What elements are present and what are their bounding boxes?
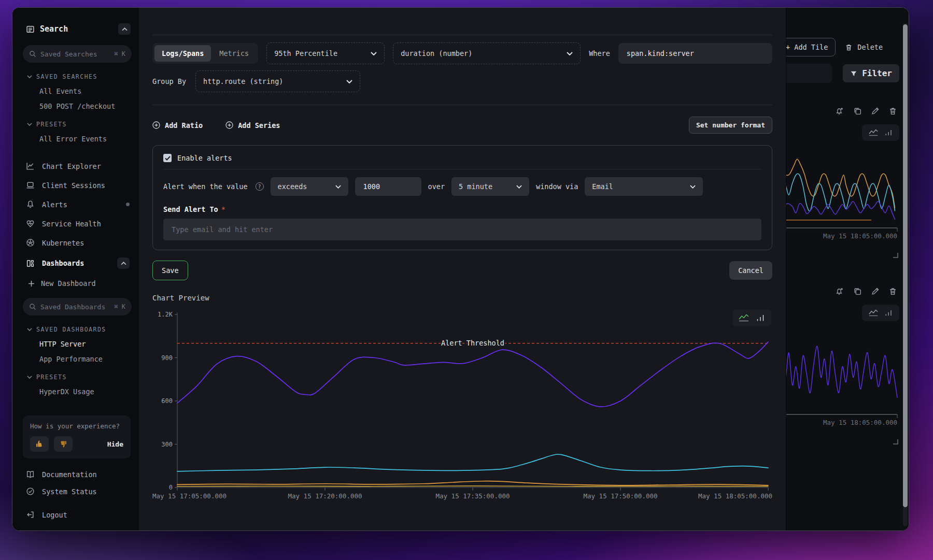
filter-funnel-icon — [850, 70, 857, 77]
svg-text:May 15 18:05:00.000: May 15 18:05:00.000 — [698, 492, 772, 500]
add-ratio-button[interactable]: Add Ratio — [152, 121, 203, 130]
time-range-input[interactable] — [786, 64, 832, 83]
line-chart-toggle-icon[interactable] — [738, 313, 750, 322]
new-dashboard-button[interactable]: New Dashboard — [28, 276, 132, 291]
svg-text:May 15 17:20:00.000: May 15 17:20:00.000 — [288, 492, 362, 500]
save-button[interactable]: Save — [152, 261, 188, 280]
alert-email-input[interactable] — [163, 219, 761, 240]
check-circle-icon — [26, 487, 35, 496]
app-window: Search Saved Searches ⌘ K SAVED SEARCHES… — [12, 7, 909, 531]
delete-dashboard-button[interactable]: Delete — [842, 38, 886, 56]
thumbs-up-icon — [35, 440, 44, 448]
sidebar-item-system-status[interactable]: System Status — [23, 483, 132, 500]
sidebar-item-client-sessions[interactable]: Client Sessions — [23, 176, 132, 195]
book-icon — [26, 470, 35, 479]
saved-search-item[interactable]: All Events — [39, 87, 132, 95]
resize-handle[interactable] — [893, 253, 898, 258]
trash-icon[interactable] — [888, 107, 897, 116]
collapse-search-button[interactable] — [118, 23, 131, 35]
bell-icon — [26, 200, 35, 209]
help-icon[interactable]: ? — [256, 182, 264, 191]
trash-icon[interactable] — [888, 287, 897, 296]
chevron-down-icon — [567, 52, 573, 55]
saved-dashboard-item[interactable]: App Performance — [39, 355, 132, 363]
tile-chart: May 15 18:05:00.000 — [786, 144, 899, 241]
group-by-select[interactable]: http.route (string) — [195, 70, 360, 92]
sidebar-item-kubernetes[interactable]: Kubernetes — [23, 233, 132, 252]
tab-metrics[interactable]: Metrics — [212, 45, 256, 62]
aggregation-select[interactable]: 95th Percentile — [266, 42, 385, 64]
add-series-button[interactable]: Add Series — [225, 121, 280, 130]
chevron-down-icon — [27, 123, 32, 126]
enable-alerts-label: Enable alerts — [177, 154, 232, 162]
saved-dashboards-input[interactable]: Saved Dashboards ⌘ K — [23, 298, 132, 315]
search-page-icon — [26, 25, 35, 34]
alert-condition-select[interactable]: exceeds — [271, 177, 348, 196]
add-alert-bell-icon[interactable] — [835, 107, 844, 116]
duplicate-icon[interactable] — [853, 287, 862, 296]
tile-actions — [786, 107, 899, 116]
bar-chart-toggle-icon[interactable] — [885, 309, 893, 317]
bar-chart-toggle-icon[interactable] — [885, 128, 893, 137]
sidebar-item-alerts[interactable]: Alerts — [23, 195, 132, 214]
alert-channel-select[interactable]: Email — [585, 177, 703, 196]
scrollbar-thumb[interactable] — [903, 24, 908, 507]
sidebar-item-service-health[interactable]: Service Health — [23, 214, 132, 233]
search-preset-item[interactable]: All Error Events — [39, 135, 132, 143]
chart-preview: 03006009001.2KMay 15 17:05:00.000May 15 … — [152, 307, 772, 505]
set-number-format-button[interactable]: Set number format — [689, 117, 772, 134]
dashboard-preset-item[interactable]: HyperDX Usage — [39, 387, 132, 396]
field-select[interactable]: duration (number) — [393, 42, 581, 64]
over-label: over — [428, 182, 445, 191]
svg-text:May 15 17:35:00.000: May 15 17:35:00.000 — [436, 492, 510, 500]
sidebar-item-documentation[interactable]: Documentation — [23, 466, 132, 483]
cancel-button[interactable]: Cancel — [729, 261, 772, 280]
collapse-dashboards-button[interactable] — [117, 257, 130, 269]
sidebar-item-dashboards[interactable]: Dashboards — [23, 252, 132, 274]
saved-searches-placeholder: Saved Searches — [40, 50, 110, 58]
tile-chart: May 15 18:05:00.000 — [786, 324, 899, 428]
saved-searches-section-header[interactable]: SAVED SEARCHES — [27, 73, 132, 80]
thumbs-up-button[interactable] — [30, 436, 49, 452]
alert-threshold-input[interactable] — [355, 177, 421, 196]
divider — [152, 105, 772, 105]
saved-dashboard-item[interactable]: HTTP Server — [39, 340, 132, 348]
add-tile-button[interactable]: + Add Tile — [786, 38, 836, 56]
svg-text:May 15 18:05:00.000: May 15 18:05:00.000 — [823, 419, 897, 426]
sidebar-item-chart-explorer[interactable]: Chart Explorer — [23, 156, 132, 176]
saved-searches-input[interactable]: Saved Searches ⌘ K — [23, 45, 132, 63]
enable-alerts-checkbox[interactable] — [163, 154, 172, 162]
search-presets-section-header[interactable]: PRESETS — [27, 121, 132, 128]
where-input[interactable] — [618, 43, 772, 64]
filter-button[interactable]: Filter — [843, 64, 899, 82]
line-chart-toggle-icon[interactable] — [868, 128, 879, 137]
alert-window-select[interactable]: 5 minute — [451, 177, 529, 196]
saved-dashboards-section-header[interactable]: SAVED DASHBOARDS — [27, 326, 132, 333]
feedback-hide-button[interactable]: Hide — [107, 440, 123, 448]
add-alert-bell-icon[interactable] — [835, 287, 844, 296]
thumbs-down-icon — [59, 440, 67, 448]
line-chart-toggle-icon[interactable] — [868, 309, 879, 317]
svg-text:900: 900 — [161, 354, 173, 362]
scrollbar[interactable] — [903, 23, 908, 526]
chevron-down-icon — [371, 52, 377, 55]
chevron-down-icon — [690, 185, 696, 189]
search-icon — [29, 303, 36, 310]
resize-handle[interactable] — [893, 439, 898, 444]
tab-logs-spans[interactable]: Logs/Spans — [154, 45, 211, 62]
thumbs-down-button[interactable] — [54, 436, 73, 452]
svg-text:May 15 17:50:00.000: May 15 17:50:00.000 — [584, 492, 658, 500]
edit-pencil-icon[interactable] — [871, 287, 880, 296]
bar-chart-toggle-icon[interactable] — [756, 313, 766, 322]
feedback-question: How is your experience? — [30, 422, 123, 430]
plus-icon — [28, 280, 35, 287]
edit-pencil-icon[interactable] — [871, 107, 880, 116]
saved-search-item[interactable]: 500 POST /checkout — [39, 102, 132, 110]
trash-icon — [845, 44, 853, 51]
sidebar-item-logout[interactable]: Logout — [23, 506, 132, 523]
alerts-unread-dot — [126, 203, 130, 206]
duplicate-icon[interactable] — [853, 107, 862, 116]
svg-text:May 15 17:05:00.000: May 15 17:05:00.000 — [152, 492, 227, 500]
sidebar: Search Saved Searches ⌘ K SAVED SEARCHES… — [12, 8, 139, 530]
dashboard-presets-section-header[interactable]: PRESETS — [27, 374, 132, 381]
